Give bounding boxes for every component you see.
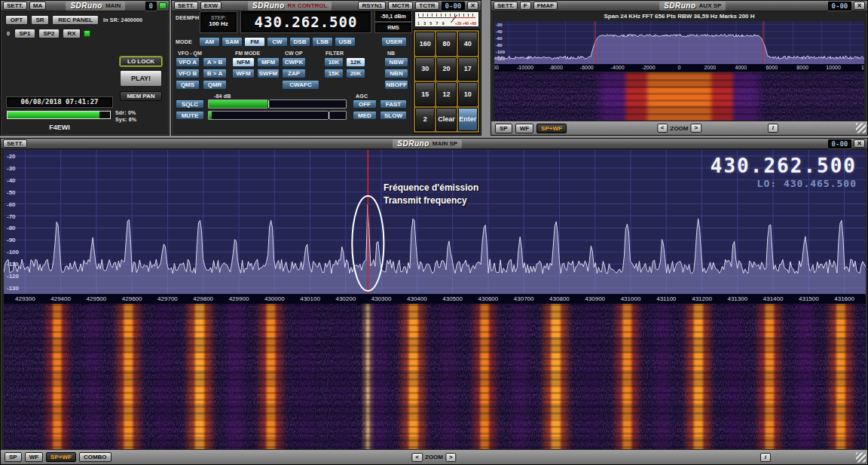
mode-usb-button[interactable]: USB — [335, 37, 356, 47]
mode-cw-button[interactable]: CW — [267, 37, 288, 47]
rx-frequency-display[interactable]: 430.262.500 — [241, 11, 371, 32]
band-80-button[interactable]: 80 — [436, 32, 456, 56]
filter-20k-button[interactable]: 20K — [346, 69, 365, 78]
main-sett-button[interactable]: SETT. — [3, 2, 27, 10]
band-2-button[interactable]: 2 — [415, 108, 435, 132]
band-30-button[interactable]: 30 — [415, 57, 435, 81]
nbw-button[interactable]: NBW — [384, 57, 408, 67]
main-ma-button[interactable]: MA — [29, 2, 46, 10]
aux-view-spwf-button[interactable]: SP+WF — [536, 124, 567, 133]
aux-spectrum[interactable]: -20-40-60-80-100-120 — [494, 21, 864, 64]
exw-button[interactable]: EXW — [200, 2, 222, 10]
resize-corner[interactable] — [856, 452, 866, 462]
step-display[interactable]: STEP: 100 Hz — [200, 12, 237, 32]
aux-info-button[interactable]: i — [768, 124, 778, 133]
squelch-slider[interactable] — [208, 99, 347, 109]
view-combo-button[interactable]: COMBO — [79, 452, 112, 462]
mode-fm-button[interactable]: FM — [244, 37, 265, 47]
agc-slow-button[interactable]: SLOW — [380, 111, 407, 120]
qms-button[interactable]: QMS — [176, 80, 200, 90]
cwafc-button[interactable]: CWAFC — [282, 80, 319, 90]
aux-view-wf-button[interactable]: WF — [515, 124, 533, 133]
rx-close-button[interactable]: ✕ — [467, 2, 478, 10]
qmr-button[interactable]: QMR — [203, 80, 227, 90]
nboff-button[interactable]: NBOFF — [384, 80, 408, 90]
mem-pan-button[interactable]: MEM PAN — [120, 91, 162, 101]
b-to-a-button[interactable]: B > A — [203, 69, 227, 78]
mfm-button[interactable]: MFM — [257, 57, 280, 67]
rx-sett-button[interactable]: SETT. — [174, 2, 198, 10]
rx-control-panel: SETT. EXW SDRuno RX CONTROL RSYN1 MCTR T… — [171, 0, 481, 136]
filter-15k-button[interactable]: 15K — [324, 69, 344, 78]
band-12-button[interactable]: 12 — [436, 82, 456, 106]
agc-med-button[interactable]: MED — [353, 111, 377, 120]
zoom-in-button[interactable]: > — [445, 453, 457, 462]
mainsp-close-button[interactable]: ✕ — [854, 139, 865, 148]
filter-12k-button[interactable]: 12K — [346, 57, 365, 67]
fm-mode-header: FM MODE — [235, 50, 260, 56]
opt-button[interactable]: OPT — [5, 15, 28, 25]
aux-sett-button[interactable]: SETT. — [494, 2, 518, 10]
agc-off-button[interactable]: OFF — [353, 99, 377, 109]
aux-waterfall[interactable] — [494, 72, 864, 122]
main-waterfall[interactable] — [4, 304, 866, 451]
aux-sp-panel: SETT. F FMAF SDRuno AUX SP 0-00 ✕ Span 2… — [491, 0, 868, 136]
mode-am-button[interactable]: AM — [199, 37, 220, 47]
sp1-button[interactable]: SP1 — [14, 29, 35, 38]
aux-view-sp-button[interactable]: SP — [495, 124, 512, 133]
rx-button[interactable]: RX — [63, 29, 81, 38]
mctr-button[interactable]: MCTR — [388, 2, 413, 10]
zap-button[interactable]: ZAP — [282, 69, 306, 78]
view-spwf-button[interactable]: SP+WF — [46, 452, 76, 462]
power-indicator[interactable] — [159, 2, 167, 9]
mute-button[interactable]: MUTE — [176, 111, 204, 120]
aux-resize-corner[interactable] — [856, 124, 866, 133]
nbn-button[interactable]: NBN — [384, 69, 408, 78]
filter-10k-button[interactable]: 10K — [324, 57, 344, 67]
mode-lsb-button[interactable]: LSB — [312, 37, 333, 47]
clear-button[interactable]: Clear — [436, 108, 456, 132]
main-spectrum[interactable]: -20-30-40-50-60-70-80-90-100-110-120-130… — [4, 150, 866, 294]
mainsp-sett-button[interactable]: SETT. — [3, 139, 27, 148]
view-sp-button[interactable]: SP — [5, 452, 22, 462]
band-20-button[interactable]: 20 — [436, 57, 456, 81]
info-button[interactable]: i — [760, 453, 771, 462]
mode-user-button[interactable]: USER — [381, 37, 407, 47]
vfo-b-button[interactable]: VFO B — [176, 69, 200, 78]
band-10-button[interactable]: 10 — [458, 82, 478, 106]
play-button[interactable]: PLAY! — [120, 70, 162, 87]
aux-zoom-in-button[interactable]: > — [691, 124, 702, 133]
rsyn1-button[interactable]: RSYN1 — [358, 2, 386, 10]
vfo-a-button[interactable]: VFO A — [176, 57, 200, 67]
tctr-button[interactable]: TCTR — [415, 2, 439, 10]
band-17-button[interactable]: 17 — [458, 57, 478, 81]
agc-fast-button[interactable]: FAST — [380, 99, 407, 109]
a-to-b-button[interactable]: A > B — [203, 57, 227, 67]
mode-dsb-button[interactable]: DSB — [289, 37, 310, 47]
nfm-button[interactable]: NFM — [232, 57, 255, 67]
rec-panel-button[interactable]: REC PANEL — [52, 15, 99, 25]
enter-button[interactable]: Enter — [458, 108, 478, 132]
aux-f-button[interactable]: F — [520, 2, 531, 10]
view-wf-button[interactable]: WF — [25, 452, 43, 462]
freq-tick-label: 430800 — [549, 295, 570, 302]
cwpk-button[interactable]: CWPK — [282, 57, 306, 67]
aux-zoom-out-button[interactable]: < — [657, 124, 668, 133]
zoom-out-button[interactable]: < — [411, 453, 423, 462]
sp2-button[interactable]: SP2 — [38, 29, 60, 38]
band-15-button[interactable]: 15 — [415, 82, 435, 106]
sr-button[interactable]: SR — [31, 15, 49, 25]
lo-lock-button[interactable]: LO LOCK — [120, 57, 162, 66]
swfm-button[interactable]: SWFM — [257, 69, 280, 78]
rx-led-indicator — [84, 30, 90, 37]
aux-freq-tick-label: -8000 — [549, 65, 563, 70]
wfm-button[interactable]: WFM — [232, 69, 255, 78]
mode-sam-button[interactable]: SAM — [222, 37, 243, 47]
sqlc-button[interactable]: SQLC — [176, 99, 204, 109]
volume-slider[interactable] — [208, 111, 347, 120]
band-160-button[interactable]: 160 — [415, 32, 435, 56]
aux-close-button[interactable]: ✕ — [854, 2, 865, 10]
fmaf-button[interactable]: FMAF — [533, 2, 558, 10]
rms-button[interactable]: RMS — [375, 23, 411, 32]
band-40-button[interactable]: 40 — [458, 32, 478, 56]
